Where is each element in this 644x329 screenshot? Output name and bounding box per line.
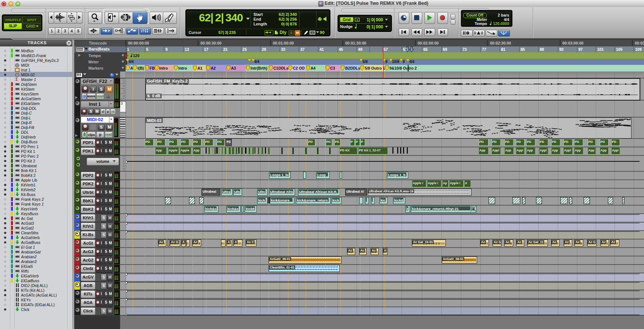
- svg-text:1: 1: [312, 31, 313, 34]
- svg-text:A: A: [478, 32, 480, 34]
